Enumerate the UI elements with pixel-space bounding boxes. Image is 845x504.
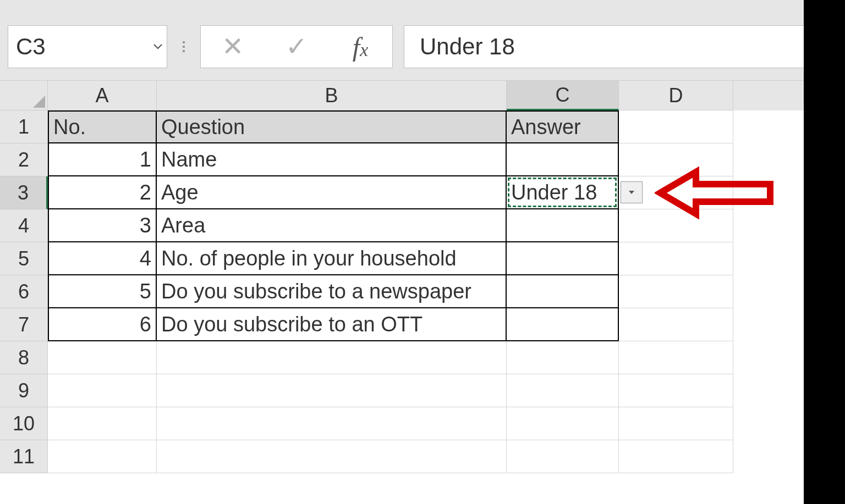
cell-A8[interactable]	[48, 341, 157, 374]
col-header-C[interactable]: C	[507, 81, 619, 110]
cell-D6[interactable]	[619, 275, 733, 308]
formula-bar-buttons: ✕ ✓ fx	[200, 25, 393, 68]
grip-icon	[178, 41, 189, 52]
cell-B8[interactable]	[157, 341, 507, 374]
cell-B4[interactable]: Area	[157, 209, 507, 242]
formula-bar: C3 ✕ ✓ fx Under 18	[0, 7, 845, 80]
table-row: 11	[0, 440, 845, 473]
cell-B9[interactable]	[157, 374, 507, 407]
row-header[interactable]: 6	[0, 275, 48, 308]
row-header[interactable]: 10	[0, 407, 48, 440]
cell-B7[interactable]: Do you subscribe to an OTT	[157, 308, 507, 341]
row-header[interactable]: 3	[0, 176, 48, 209]
cell-B1[interactable]: Question	[157, 110, 507, 143]
table-row: 65Do you subscribe to a newspaper	[0, 275, 845, 308]
table-row: 10	[0, 407, 845, 440]
cell-A1[interactable]: No.	[48, 110, 157, 143]
cell-A5[interactable]: 4	[48, 242, 157, 275]
cell-A11[interactable]	[48, 440, 157, 473]
cell-D10[interactable]	[619, 407, 733, 440]
table-row: 76Do you subscribe to an OTT	[0, 308, 845, 341]
cell-C11[interactable]	[507, 440, 619, 473]
cell-C1[interactable]: Answer	[507, 110, 619, 143]
cell-A7[interactable]: 6	[48, 308, 157, 341]
name-box[interactable]: C3	[8, 25, 167, 68]
cell-D7[interactable]	[619, 308, 733, 341]
col-header-D[interactable]: D	[619, 81, 733, 110]
cell-C7[interactable]	[507, 308, 619, 341]
table-row: 32AgeUnder 18	[0, 176, 845, 209]
cell-A2[interactable]: 1	[48, 143, 157, 176]
table-row: 8	[0, 341, 845, 374]
chevron-down-icon[interactable]	[153, 42, 162, 52]
cell-D9[interactable]	[619, 374, 733, 407]
row-header[interactable]: 8	[0, 341, 48, 374]
cell-C8[interactable]	[507, 341, 619, 374]
cell-D5[interactable]	[619, 242, 733, 275]
cell-C5[interactable]	[507, 242, 619, 275]
cell-D4[interactable]	[619, 209, 733, 242]
row-header[interactable]: 9	[0, 374, 48, 407]
table-row: 21Name	[0, 143, 845, 176]
table-row: 9	[0, 374, 845, 407]
cell-C2[interactable]	[507, 143, 619, 176]
row-header[interactable]: 2	[0, 143, 48, 176]
column-headers: A B C D	[0, 80, 845, 110]
cell-B2[interactable]: Name	[157, 143, 507, 176]
row-header[interactable]: 5	[0, 242, 48, 275]
cell-D2[interactable]	[619, 143, 733, 176]
formula-input[interactable]: Under 18	[404, 25, 837, 68]
rows-container: 1No.QuestionAnswer21Name32AgeUnder 1843A…	[0, 110, 845, 473]
row-header[interactable]: 1	[0, 110, 48, 143]
cell-A4[interactable]: 3	[48, 209, 157, 242]
col-header-A[interactable]: A	[48, 81, 157, 110]
cell-A6[interactable]: 5	[48, 275, 157, 308]
cell-C10[interactable]	[507, 407, 619, 440]
cell-C4[interactable]	[507, 209, 619, 242]
dropdown-button[interactable]	[621, 181, 643, 203]
formula-input-text: Under 18	[420, 34, 515, 60]
crop-mask	[804, 0, 845, 504]
cancel-button[interactable]: ✕	[213, 34, 252, 60]
table-row: 54No. of people in your household	[0, 242, 845, 275]
cell-D8[interactable]	[619, 341, 733, 374]
cell-C3[interactable]: Under 18	[507, 176, 619, 209]
cell-B10[interactable]	[157, 407, 507, 440]
cell-B3[interactable]: Age	[157, 176, 507, 209]
cell-B6[interactable]: Do you subscribe to a newspaper	[157, 275, 507, 308]
cell-D11[interactable]	[619, 440, 733, 473]
fx-button[interactable]: fx	[341, 32, 380, 62]
select-all-corner[interactable]	[0, 81, 48, 110]
cell-D1[interactable]	[619, 110, 733, 143]
cell-A9[interactable]	[48, 374, 157, 407]
row-header[interactable]: 11	[0, 440, 48, 473]
cell-B11[interactable]	[157, 440, 507, 473]
name-box-text: C3	[8, 34, 46, 60]
cell-A3[interactable]: 2	[48, 176, 157, 209]
spreadsheet-grid: A B C D 1No.QuestionAnswer21Name32AgeUnd…	[0, 80, 845, 473]
cell-C6[interactable]	[507, 275, 619, 308]
cell-C9[interactable]	[507, 374, 619, 407]
row-header[interactable]: 4	[0, 209, 48, 242]
table-row: 1No.QuestionAnswer	[0, 110, 845, 143]
cell-A10[interactable]	[48, 407, 157, 440]
cell-B5[interactable]: No. of people in your household	[157, 242, 507, 275]
row-header[interactable]: 7	[0, 308, 48, 341]
confirm-button[interactable]: ✓	[277, 34, 316, 60]
table-row: 43Area	[0, 209, 845, 242]
col-header-B[interactable]: B	[157, 81, 507, 110]
